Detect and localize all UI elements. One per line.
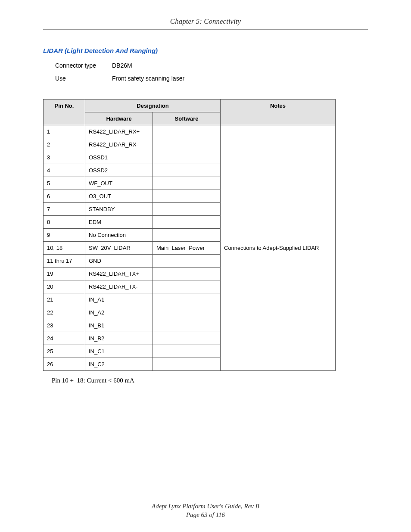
cell-pin: 7 — [44, 203, 85, 216]
cell-hardware: OSSD2 — [85, 164, 153, 177]
cell-pin: 8 — [44, 216, 85, 229]
th-designation: Designation — [85, 100, 221, 112]
cell-software — [153, 358, 221, 371]
cell-software — [153, 216, 221, 229]
th-notes: Notes — [221, 100, 336, 125]
cell-hardware: IN_B1 — [85, 319, 153, 332]
cell-pin: 20 — [44, 280, 85, 293]
cell-pin: 22 — [44, 306, 85, 319]
cell-software — [153, 345, 221, 358]
cell-hardware: IN_A1 — [85, 293, 153, 306]
info-label-connector-type: Connector type — [55, 62, 112, 69]
cell-software — [153, 164, 221, 177]
cell-notes-merged: Connections to Adept-Supplied LIDAR — [221, 125, 336, 371]
cell-software — [153, 332, 221, 345]
info-value-use: Front safety scanning laser — [112, 75, 184, 82]
cell-software — [153, 190, 221, 203]
cell-hardware: STANDBY — [85, 203, 153, 216]
cell-hardware: IN_B2 — [85, 332, 153, 345]
cell-pin: 25 — [44, 345, 85, 358]
th-hardware: Hardware — [85, 112, 153, 125]
cell-software — [153, 280, 221, 293]
cell-hardware: OSSD1 — [85, 151, 153, 164]
cell-pin: 11 thru 17 — [44, 255, 85, 268]
page-footer: Adept Lynx Platform User's Guide, Rev B … — [0, 502, 411, 519]
cell-pin: 23 — [44, 319, 85, 332]
cell-software — [153, 268, 221, 280]
info-label-use: Use — [55, 75, 112, 82]
cell-hardware: IN_C2 — [85, 358, 153, 371]
info-value-connector-type: DB26M — [112, 62, 132, 69]
cell-software: Main_Laser_Power — [153, 242, 221, 255]
th-software: Software — [153, 112, 221, 125]
cell-software — [153, 138, 221, 151]
cell-software — [153, 229, 221, 242]
cell-pin: 2 — [44, 138, 85, 151]
cell-software — [153, 255, 221, 268]
th-pin-no: Pin No. — [44, 100, 85, 125]
cell-hardware: IN_A2 — [85, 306, 153, 319]
cell-hardware: RS422_LIDAR_RX- — [85, 138, 153, 151]
cell-pin: 19 — [44, 268, 85, 280]
info-row: Connector type DB26M — [55, 62, 368, 69]
cell-hardware: GND — [85, 255, 153, 268]
footnote: Pin 10 + 18: Current < 600 mA — [52, 377, 368, 384]
cell-hardware: SW_20V_LIDAR — [85, 242, 153, 255]
cell-software — [153, 177, 221, 190]
cell-pin: 24 — [44, 332, 85, 345]
cell-pin: 10, 18 — [44, 242, 85, 255]
cell-hardware: No Connection — [85, 229, 153, 242]
cell-software — [153, 151, 221, 164]
document-page: Chapter 5: Connectivity LIDAR (Light Det… — [0, 0, 411, 532]
cell-pin: 5 — [44, 177, 85, 190]
cell-pin: 6 — [44, 190, 85, 203]
cell-hardware: O3_OUT — [85, 190, 153, 203]
cell-hardware: RS422_LIDAR_TX- — [85, 280, 153, 293]
section-title: LIDAR (Light Detection And Ranging) — [43, 47, 368, 54]
cell-hardware: RS422_LIDAR_RX+ — [85, 125, 153, 138]
cell-pin: 1 — [44, 125, 85, 138]
cell-software — [153, 125, 221, 138]
cell-hardware: IN_C1 — [85, 345, 153, 358]
footer-page: Page 63 of 116 — [0, 511, 411, 520]
cell-pin: 3 — [44, 151, 85, 164]
cell-pin: 26 — [44, 358, 85, 371]
header-rule — [43, 29, 368, 30]
cell-hardware: EDM — [85, 216, 153, 229]
cell-hardware: WF_OUT — [85, 177, 153, 190]
pin-table: Pin No. Designation Notes Hardware Softw… — [43, 99, 336, 371]
cell-software — [153, 319, 221, 332]
chapter-header: Chapter 5: Connectivity — [43, 17, 368, 29]
cell-software — [153, 293, 221, 306]
table-row: 1 RS422_LIDAR_RX+ Connections to Adept-S… — [44, 125, 336, 138]
footer-title: Adept Lynx Platform User's Guide, Rev B — [0, 502, 411, 511]
cell-hardware: RS422_LIDAR_TX+ — [85, 268, 153, 280]
cell-software — [153, 203, 221, 216]
cell-pin: 21 — [44, 293, 85, 306]
cell-software — [153, 306, 221, 319]
cell-pin: 9 — [44, 229, 85, 242]
cell-pin: 4 — [44, 164, 85, 177]
info-row: Use Front safety scanning laser — [55, 75, 368, 82]
